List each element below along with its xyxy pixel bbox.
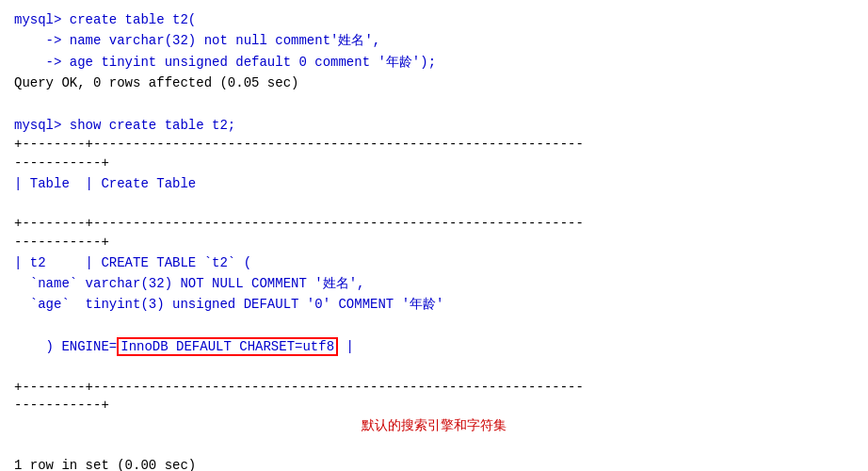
annotation-text: 默认的搜索引擎和字符集 bbox=[14, 417, 854, 434]
divider-mid3: -----------+ bbox=[14, 234, 854, 252]
create-table-line3: -> age tinyint unsigned default 0 commen… bbox=[14, 52, 854, 73]
divider-top2: +--------+------------------------------… bbox=[14, 215, 854, 234]
blank-line1 bbox=[14, 94, 854, 115]
table-data-line1: | t2 | CREATE TABLE `t2` ( bbox=[14, 252, 854, 273]
engine-prefix: ) ENGINE= bbox=[46, 339, 118, 354]
create-table-line2: -> name varchar(32) not null comment'姓名'… bbox=[14, 30, 854, 51]
query-ok-line: Query OK, 0 rows affected (0.05 sec) bbox=[14, 73, 854, 93]
table-data-line3: `age` tinyint(3) unsigned DEFAULT '0' CO… bbox=[14, 294, 854, 315]
divider-top: +--------+------------------------------… bbox=[14, 136, 854, 154]
engine-highlight: InnoDB DEFAULT CHARSET=utf8 bbox=[117, 337, 338, 356]
show-create-line: mysql> show create table t2; bbox=[14, 115, 854, 136]
engine-suffix: | bbox=[338, 339, 354, 354]
table-data-line2: `name` varchar(32) NOT NULL COMMENT '姓名'… bbox=[14, 273, 854, 294]
divider-mid1: -----------+ bbox=[14, 154, 854, 173]
divider-bottom2: -----------+ bbox=[14, 397, 854, 415]
create-table-line1: mysql> create table t2( bbox=[14, 9, 854, 30]
terminal-window: mysql> create table t2( -> name varchar(… bbox=[14, 9, 854, 471]
divider-bottom: +--------+------------------------------… bbox=[14, 379, 854, 398]
footer-line: 1 row in set (0.00 sec) bbox=[14, 455, 854, 471]
table-data-line4: ) ENGINE=InnoDB DEFAULT CHARSET=utf8 | bbox=[14, 316, 854, 379]
blank-line3 bbox=[14, 434, 854, 455]
table-header-row: | Table | Create Table bbox=[14, 173, 854, 194]
blank-line2 bbox=[14, 194, 854, 215]
